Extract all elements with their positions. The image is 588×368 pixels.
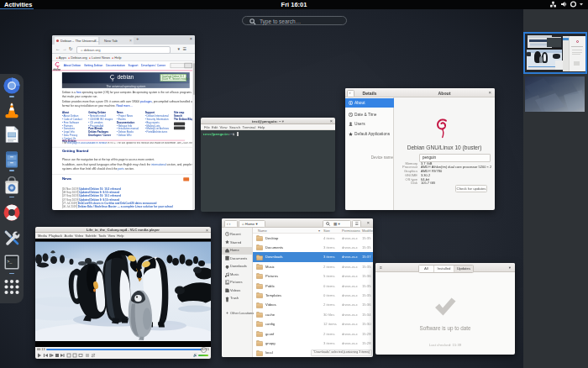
svg-text:>_: >_ <box>7 260 13 265</box>
